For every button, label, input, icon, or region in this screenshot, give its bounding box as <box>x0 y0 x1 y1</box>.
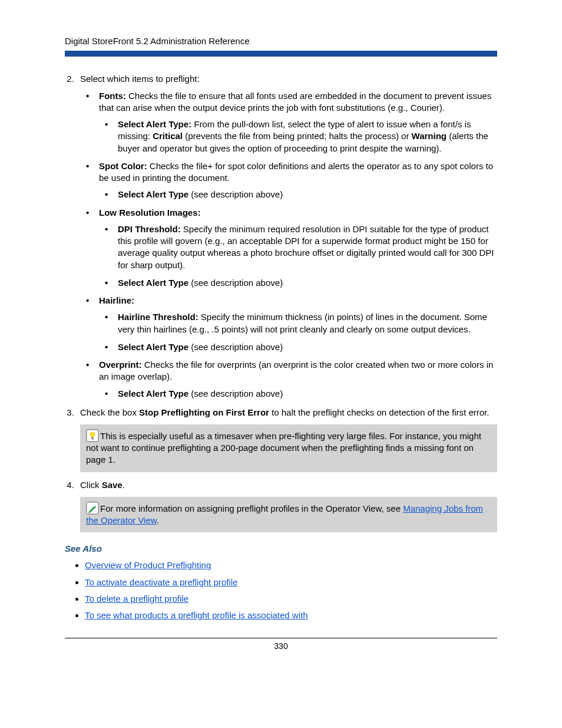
note-box: For more information on assigning prefli… <box>80 497 497 532</box>
overprint-label: Overprint: <box>99 360 142 370</box>
see-also-heading: See Also <box>65 543 497 555</box>
overprint-alert-label: Select Alert Type <box>118 388 189 398</box>
lowres-alert-desc: (see description above) <box>189 278 283 288</box>
step3-bold: Stop Preflighting on First Error <box>139 407 269 417</box>
item-spot-color: Spot Color: Checks the file+ for spot co… <box>97 160 497 201</box>
overprint-alert-desc: (see description above) <box>189 388 283 398</box>
fonts-desc: Checks the file to ensure that all fonts… <box>99 91 491 113</box>
fonts-sub: Select Alert Type: From the pull-down li… <box>99 118 497 154</box>
step-3: Check the box Stop Preflighting on First… <box>77 407 497 472</box>
header-rule <box>65 51 497 57</box>
lightbulb-icon <box>86 429 99 442</box>
link-activate[interactable]: To activate deactivate a preflight profi… <box>85 577 237 587</box>
tip-box: This is especially useful as a timesaver… <box>80 424 497 472</box>
spot-label: Spot Color: <box>99 161 147 171</box>
spot-alert-label: Select Alert Type <box>118 189 189 199</box>
lowres-alert-label: Select Alert Type <box>118 278 189 288</box>
fonts-alert-label: Select Alert Type: <box>118 119 191 129</box>
link-associated[interactable]: To see what products a preflight profile… <box>85 610 308 620</box>
page-header-title: Digital StoreFront 5.2 Administration Re… <box>65 35 497 47</box>
hairline-alert-desc: (see description above) <box>189 342 283 352</box>
lowres-dpi: DPI Threshold: Specify the minimum requi… <box>115 223 497 271</box>
page-number: 330 <box>274 641 287 651</box>
list-item: Overview of Product Preflighting <box>85 559 497 571</box>
step4-bold: Save <box>102 480 123 490</box>
step-2: Select which items to preflight: Fonts: … <box>77 73 497 400</box>
see-also-links: Overview of Product Preflighting To acti… <box>65 559 497 621</box>
fonts-critical: Critical <box>153 131 183 141</box>
step-4: Click Save. For more information on assi… <box>77 479 497 533</box>
spot-sub: Select Alert Type (see description above… <box>99 189 497 200</box>
step3-post: to halt the preflight checks on detectio… <box>269 407 490 417</box>
lowres-sub: DPI Threshold: Specify the minimum requi… <box>99 223 497 289</box>
link-overview[interactable]: Overview of Product Preflighting <box>85 560 211 570</box>
fonts-warning: Warning <box>412 131 447 141</box>
step4-post: . <box>123 480 125 490</box>
note-post: . <box>157 515 159 525</box>
step3-pre: Check the box <box>80 407 139 417</box>
item-low-res: Low Resolution Images: DPI Threshold: Sp… <box>97 207 497 289</box>
step4-pre: Click <box>80 480 102 490</box>
hairline-thresh: Hairline Threshold: Specify the minimum … <box>115 311 497 335</box>
hairline-thresh-label: Hairline Threshold: <box>118 312 199 322</box>
spot-desc: Checks the file+ for spot color definiti… <box>99 161 493 183</box>
fonts-alert: Select Alert Type: From the pull-down li… <box>115 118 497 154</box>
list-item: To activate deactivate a preflight profi… <box>85 577 497 588</box>
spot-alert-desc: (see description above) <box>189 189 283 199</box>
spot-alert: Select Alert Type (see description above… <box>115 189 497 200</box>
step-2-intro: Select which items to preflight: <box>80 74 200 84</box>
link-delete[interactable]: To delete a preflight profile <box>85 594 189 604</box>
hairline-alert-label: Select Alert Type <box>118 342 189 352</box>
item-overprint: Overprint: Checks the file for overprint… <box>97 359 497 400</box>
overprint-sub: Select Alert Type (see description above… <box>99 388 497 400</box>
note-pre: For more information on assigning prefli… <box>100 503 403 513</box>
dpi-label: DPI Threshold: <box>118 224 181 234</box>
lowres-alert: Select Alert Type (see description above… <box>115 277 497 289</box>
tip-text: This is especially useful as a timesaver… <box>86 431 481 465</box>
item-fonts: Fonts: Checks the file to ensure that al… <box>97 90 497 154</box>
item-hairline: Hairline: Hairline Threshold: Specify th… <box>97 295 497 353</box>
overprint-alert: Select Alert Type (see description above… <box>115 388 497 400</box>
fonts-alert-d2: (prevents the file from being printed; h… <box>183 131 412 141</box>
list-item: To delete a preflight profile <box>85 593 497 605</box>
fonts-label: Fonts: <box>99 91 126 101</box>
hairline-alert: Select Alert Type (see description above… <box>115 341 497 353</box>
pencil-icon <box>86 502 99 515</box>
steps-list: Select which items to preflight: Fonts: … <box>65 73 497 532</box>
overprint-desc: Checks the file for overprints (an overp… <box>99 360 493 381</box>
list-item: To see what products a preflight profile… <box>85 610 497 621</box>
page-footer: 330 <box>65 638 497 652</box>
lowres-label: Low Resolution Images: <box>99 207 201 218</box>
svg-point-1 <box>90 432 95 437</box>
hairline-label: Hairline: <box>99 295 134 305</box>
preflight-items: Fonts: Checks the file to ensure that al… <box>80 90 497 400</box>
hairline-sub: Hairline Threshold: Specify the minimum … <box>99 311 497 353</box>
svg-rect-2 <box>91 437 94 440</box>
